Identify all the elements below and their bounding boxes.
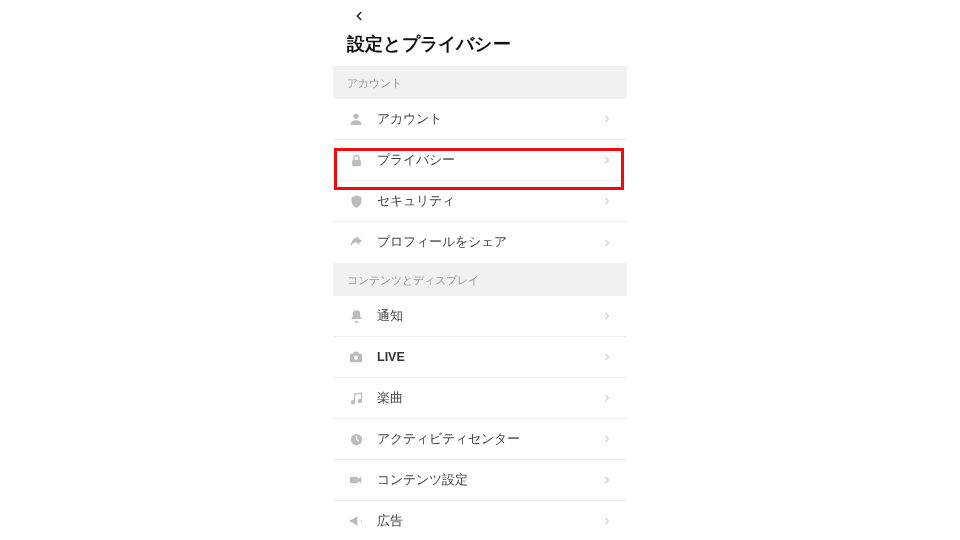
share-icon bbox=[347, 234, 365, 252]
row-label: 楽曲 bbox=[377, 390, 601, 407]
row-share-profile[interactable]: プロフィールをシェア bbox=[333, 222, 627, 263]
row-privacy[interactable]: プライバシー bbox=[333, 140, 627, 181]
chevron-right-icon bbox=[601, 433, 613, 445]
row-account[interactable]: アカウント bbox=[333, 99, 627, 140]
row-live[interactable]: LIVE bbox=[333, 337, 627, 378]
row-content-settings[interactable]: コンテンツ設定 bbox=[333, 460, 627, 501]
row-security[interactable]: セキュリティ bbox=[333, 181, 627, 222]
card-account: アカウント プライバシー セキュリティ bbox=[333, 99, 627, 263]
row-notifications[interactable]: 通知 bbox=[333, 296, 627, 337]
page-title: 設定とプライバシー bbox=[347, 32, 613, 56]
chevron-right-icon bbox=[601, 474, 613, 486]
megaphone-icon bbox=[347, 512, 365, 530]
row-label: 広告 bbox=[377, 513, 601, 530]
row-label: セキュリティ bbox=[377, 193, 601, 210]
row-label: アカウント bbox=[377, 111, 601, 128]
chevron-right-icon bbox=[601, 392, 613, 404]
row-label: アクティビティセンター bbox=[377, 431, 601, 448]
chevron-right-icon bbox=[601, 310, 613, 322]
row-ads[interactable]: 広告 bbox=[333, 501, 627, 540]
card-content: 通知 LIVE 楽曲 bbox=[333, 296, 627, 540]
section-header-account: アカウント bbox=[333, 66, 627, 99]
music-icon bbox=[347, 389, 365, 407]
svg-point-3 bbox=[351, 400, 354, 403]
chevron-right-icon bbox=[601, 515, 613, 527]
person-icon bbox=[347, 110, 365, 128]
chevron-right-icon bbox=[601, 195, 613, 207]
svg-point-0 bbox=[353, 114, 358, 119]
chevron-right-icon bbox=[601, 237, 613, 249]
camera-icon bbox=[347, 348, 365, 366]
row-activity-center[interactable]: アクティビティセンター bbox=[333, 419, 627, 460]
row-label: プライバシー bbox=[377, 152, 601, 169]
svg-point-2 bbox=[354, 356, 358, 360]
header: 設定とプライバシー bbox=[333, 0, 627, 66]
clock-icon bbox=[347, 430, 365, 448]
back-icon bbox=[352, 9, 366, 23]
section-header-content: コンテンツとディスプレイ bbox=[333, 263, 627, 296]
row-music[interactable]: 楽曲 bbox=[333, 378, 627, 419]
settings-screen: 設定とプライバシー アカウント アカウント プライバシー bbox=[333, 0, 627, 540]
row-label: プロフィールをシェア bbox=[377, 234, 601, 251]
chevron-right-icon bbox=[601, 113, 613, 125]
row-label: コンテンツ設定 bbox=[377, 472, 601, 489]
chevron-right-icon bbox=[601, 351, 613, 363]
chevron-right-icon bbox=[601, 154, 613, 166]
video-icon bbox=[347, 471, 365, 489]
row-label: LIVE bbox=[377, 350, 601, 364]
shield-icon bbox=[347, 192, 365, 210]
row-label: 通知 bbox=[377, 308, 601, 325]
svg-rect-1 bbox=[352, 159, 361, 165]
bell-icon bbox=[347, 307, 365, 325]
svg-point-4 bbox=[358, 399, 361, 402]
back-button[interactable] bbox=[347, 4, 371, 28]
lock-icon bbox=[347, 151, 365, 169]
svg-rect-6 bbox=[350, 477, 358, 484]
